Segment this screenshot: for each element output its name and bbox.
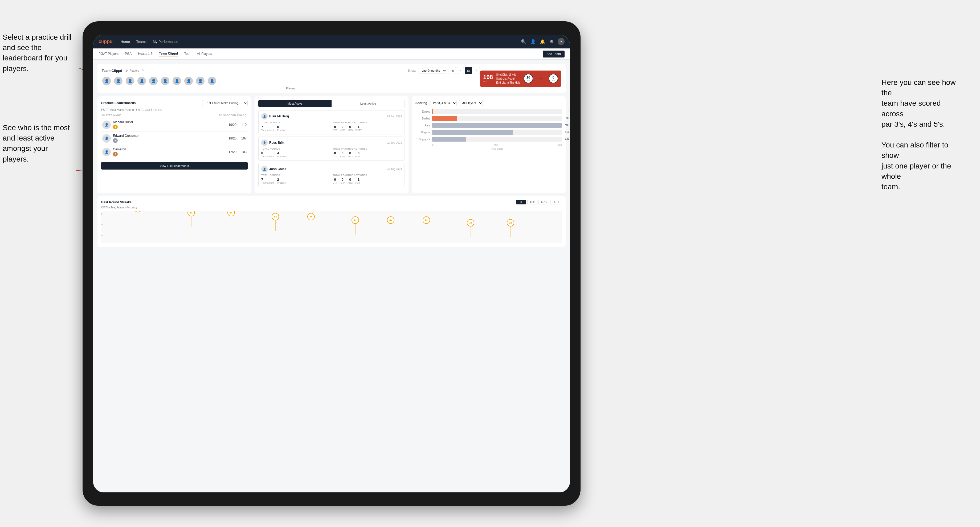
- yds-val-1: 16: [527, 75, 530, 79]
- streak-ott-btn[interactable]: OTT: [516, 200, 526, 205]
- pa-practice-1: 6 Practice: [277, 125, 286, 132]
- nav-teams[interactable]: Teams: [136, 40, 146, 44]
- shot-endlie: End Lie: In The Hole: [496, 81, 520, 85]
- person-icon[interactable]: 👤: [530, 39, 536, 44]
- streak-arg-btn[interactable]: ARG: [538, 200, 549, 205]
- avatar-2: 👤: [113, 76, 123, 86]
- streak-point-6: 4x: [352, 216, 359, 235]
- axis-0: 0: [432, 144, 434, 146]
- yds-circles: 16 yds → 0 yds: [523, 74, 558, 83]
- streak-badge-3: 6x: [228, 211, 235, 216]
- streak-point-7: 4x: [387, 216, 395, 235]
- avatar-3: 👤: [125, 76, 135, 86]
- pa-activities-label-1: Total Practice Activities: [332, 121, 402, 124]
- bar-track-dbogeys: 131: [432, 137, 562, 141]
- scoring-title: Scoring: [415, 101, 428, 105]
- show-select[interactable]: Last 3 months Last 6 months: [418, 68, 447, 73]
- streak-line-10: [510, 227, 511, 237]
- pa-avatar-1: 👤: [261, 113, 268, 119]
- lb-name-2: Edward Crossman: [113, 134, 224, 138]
- view-grid-btn[interactable]: ⊞: [449, 67, 456, 74]
- view-sort-btn[interactable]: ⇅: [473, 67, 480, 74]
- streak-point-9: 3x: [467, 219, 474, 237]
- pa-activities-label-3: Total Practice Activities: [332, 174, 402, 176]
- tablet-screen: clippd Home Teams My Performance 🔍 👤 🔔 ⚙…: [93, 35, 570, 492]
- bell-icon[interactable]: 🔔: [540, 39, 546, 44]
- pa-stats-3: Total Rounds 7 Tournament 2 Practice: [261, 174, 402, 184]
- pa-avatar-2: 👤: [261, 140, 268, 146]
- bar-track-pars: 499: [432, 123, 562, 128]
- shot-card: 198 SG Shot Dist: 16 yds Start Lie: Roug…: [480, 71, 562, 87]
- avatar-icon[interactable]: ▾: [558, 38, 565, 45]
- nav-icons: 🔍 👤 🔔 ⚙ ▾: [521, 38, 565, 45]
- pa-activities-label-2: Total Practice Activities: [332, 148, 402, 150]
- nav-myperformance[interactable]: My Performance: [153, 40, 178, 44]
- lb-avg-2: 107: [239, 137, 247, 140]
- pa-arg-1: 0 ARG: [347, 125, 353, 132]
- sub-nav: PGAT Players PGA Hcaps 1-5 Team Clippd T…: [93, 48, 570, 60]
- pa-ott-2: 0 OTT: [332, 151, 337, 158]
- pa-activities-1: Total Practice Activities 0 OTT 0 APP: [332, 121, 402, 132]
- shot-num: 198: [483, 74, 493, 80]
- bar-fill-dbogeys: [432, 137, 466, 141]
- streaks-filters: OTT APP ARG PUTT: [516, 200, 562, 205]
- bar-row-eagles: Eagles 3: [415, 109, 562, 114]
- streak-point-10: 3x: [507, 219, 514, 237]
- avatar-10: 👤: [207, 76, 217, 86]
- pa-putt-2: 0 PUTT: [355, 151, 362, 158]
- yds-unit-2: yds: [552, 79, 555, 82]
- sub-nav-pgat[interactable]: PGAT Players: [99, 52, 119, 56]
- view-leaderboard-button[interactable]: View Full Leaderboard: [101, 162, 248, 170]
- player-activity-2: 👤 Rees Britt 02 Sep 2023 Total Rounds 8: [258, 137, 405, 161]
- streak-badge-8: 4x: [423, 216, 430, 224]
- lb-avatar-1: 👤: [102, 121, 111, 129]
- pa-activities-3: Total Practice Activities 0 OTT 0 APP: [332, 174, 402, 184]
- bar-row-bogeys: Bogeys 311: [415, 130, 562, 135]
- bar-label-eagles: Eagles: [415, 110, 430, 113]
- bar-fill-bogeys: [432, 130, 513, 135]
- par-filter[interactable]: Par 3, 4 & 5s: [430, 100, 457, 106]
- streak-badge-9: 3x: [467, 219, 474, 227]
- least-active-tab[interactable]: Least Active: [332, 100, 405, 107]
- pa-activities-row-3: 0 OTT 0 APP 0 ARG: [332, 178, 402, 184]
- streak-app-btn[interactable]: APP: [527, 200, 538, 205]
- lb-badge-1: 1: [113, 125, 118, 129]
- view-icons: ⊞ ≡ ▤ ⇅: [449, 67, 480, 74]
- sub-nav-pga[interactable]: PGA: [125, 52, 132, 56]
- bar-label-dbogeys: D. Bogeys +: [415, 138, 430, 141]
- pa-putt-1: 1 PUTT: [355, 125, 362, 132]
- bar-val-pars: 499: [565, 124, 570, 126]
- most-active-tab[interactable]: Most Active: [258, 100, 332, 107]
- scoring-header: Scoring Par 3, 4 & 5s All Players: [415, 100, 562, 106]
- streak-badge-10: 3x: [507, 219, 514, 227]
- bar-val-dbogeys: 131: [565, 137, 570, 140]
- edit-icon[interactable]: ✎: [142, 69, 145, 72]
- add-team-button[interactable]: Add Team: [543, 51, 565, 57]
- search-icon[interactable]: 🔍: [521, 39, 526, 44]
- streak-points-area: 7x 6x 6x: [116, 211, 559, 238]
- view-detail-btn[interactable]: ▤: [465, 67, 472, 74]
- pa-activities-2: Total Practice Activities 0 OTT 0 APP: [332, 148, 402, 158]
- sub-nav-hcaps[interactable]: Hcaps 1-5: [138, 52, 153, 56]
- player-filter[interactable]: All Players: [459, 100, 483, 106]
- settings-icon[interactable]: ⚙: [550, 39, 554, 44]
- main-content: Team Clippd | 14 Players ✎ Show: Last 3 …: [93, 60, 570, 492]
- lb-badge-3: 3: [113, 152, 118, 157]
- streak-point-5: 5x: [307, 213, 315, 231]
- team-controls: Show: Last 3 months Last 6 months ⊞ ≡ ▤ …: [408, 67, 480, 74]
- streak-putt-btn[interactable]: PUTT: [550, 200, 562, 205]
- team-title-row: Team Clippd | 14 Players ✎: [102, 69, 145, 73]
- nav-home[interactable]: Home: [121, 40, 130, 44]
- avatar-9: 👤: [196, 76, 205, 86]
- sub-nav-teamclippd[interactable]: Team Clippd: [159, 52, 178, 56]
- lb-row-1: 👤 Richard Butler... 1 19/20 110: [101, 118, 248, 132]
- shot-unit: SG: [483, 80, 493, 83]
- sub-nav-allplayers[interactable]: All Players: [197, 52, 212, 56]
- pa-activities-row-2: 0 OTT 0 APP 0 ARG: [332, 151, 402, 158]
- view-list-btn[interactable]: ≡: [457, 67, 464, 74]
- lb-name-col-2: Edward Crossman 2: [113, 134, 224, 143]
- sub-nav-tour[interactable]: Tour: [184, 52, 190, 56]
- bar-label-pars: Pars: [415, 124, 430, 127]
- drill-select[interactable]: PUTT Must Make Putting...: [202, 100, 248, 106]
- lb-name-1: Richard Butler...: [113, 120, 224, 124]
